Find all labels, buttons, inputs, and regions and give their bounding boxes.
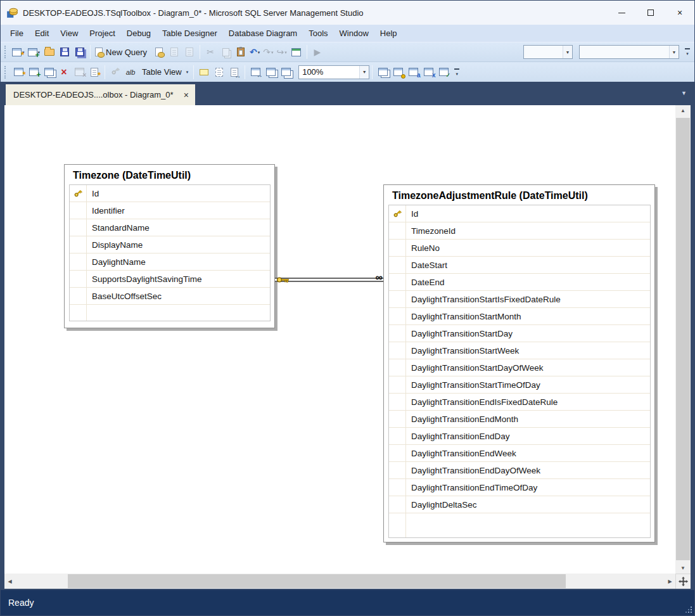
- redo-split-button[interactable]: ↷ ▾: [262, 44, 275, 60]
- undo-split-button[interactable]: ↶ ▾: [248, 44, 262, 60]
- menu-item-database-diagram[interactable]: Database Diagram: [223, 25, 303, 41]
- menu-item-debug[interactable]: Debug: [121, 25, 156, 41]
- table-column-row[interactable]: DaylightTransitionEndMonth: [389, 411, 650, 428]
- manage-xml-indexes-button[interactable]: [421, 65, 436, 80]
- show-relationship-labels-button[interactable]: [196, 65, 212, 80]
- delete-tables-button[interactable]: ×: [56, 65, 72, 80]
- relationships-button[interactable]: [375, 65, 390, 80]
- horizontal-scroll-thumb[interactable]: [68, 574, 566, 588]
- toolbar-combobox-2[interactable]: ▼: [579, 45, 679, 59]
- scroll-up-icon[interactable]: ▲: [675, 105, 691, 116]
- maximize-button[interactable]: [636, 1, 665, 25]
- arrange-tables-button[interactable]: [278, 65, 293, 80]
- table-column-row[interactable]: DaylightName: [70, 253, 270, 271]
- start-button[interactable]: ▶: [310, 44, 325, 60]
- table-column-row[interactable]: TimezoneId: [389, 222, 650, 240]
- menu-item-help[interactable]: Help: [374, 25, 403, 41]
- close-button[interactable]: ×: [665, 1, 694, 25]
- table-column-row[interactable]: DaylightTransitionStartWeek: [389, 342, 650, 359]
- combobox-dropdown-icon[interactable]: ▼: [563, 46, 572, 58]
- scroll-down-icon[interactable]: ▼: [675, 563, 691, 574]
- table-view-dropdown-button[interactable]: Table View ▾: [138, 65, 191, 80]
- menu-item-project[interactable]: Project: [84, 25, 120, 41]
- save-all-button[interactable]: [72, 44, 87, 60]
- menu-item-table-designer[interactable]: Table Designer: [156, 25, 223, 41]
- vertical-scroll-thumb[interactable]: [676, 118, 690, 560]
- add-item-split-button[interactable]: ▾: [27, 44, 42, 60]
- resize-grip[interactable]: [684, 605, 692, 613]
- table-column-row[interactable]: DaylightTransitionStartIsFixedDateRule: [389, 291, 650, 308]
- save-button[interactable]: [57, 44, 72, 60]
- table-column-row[interactable]: DateStart: [389, 257, 650, 274]
- add-related-tables-button[interactable]: [41, 65, 56, 80]
- tab-diagram[interactable]: DESKTOP-EADEOJS....olbox - Diagram_0* ×: [6, 84, 195, 105]
- navigate-split-button[interactable]: ↪ ▾: [276, 44, 289, 60]
- diagram-table-timezone-adjustment-rule[interactable]: TimezoneAdjustmentRule (DateTimeUtil) Id: [383, 184, 655, 542]
- menu-item-window[interactable]: Window: [334, 25, 374, 41]
- remove-from-diagram-button[interactable]: [72, 65, 87, 80]
- table-title[interactable]: TimezoneAdjustmentRule (DateTimeUtil): [384, 185, 654, 205]
- view-page-breaks-button[interactable]: [212, 65, 227, 80]
- vertical-scrollbar[interactable]: ▲ ▼: [675, 105, 691, 574]
- tab-list-dropdown-icon[interactable]: ▼: [681, 90, 687, 96]
- menu-item-tools[interactable]: Tools: [303, 25, 333, 41]
- menu-item-file[interactable]: File: [4, 25, 29, 41]
- table-column-row[interactable]: DaylightTransitionEndDayOfWeek: [389, 462, 650, 479]
- toolbar-combobox-1[interactable]: ▼: [523, 45, 573, 59]
- analysis-query-button[interactable]: [167, 44, 182, 60]
- manage-check-constraints-button[interactable]: [436, 65, 451, 80]
- scroll-right-icon[interactable]: ▶: [665, 574, 675, 589]
- table-column-row[interactable]: Identifier: [70, 202, 270, 219]
- table-column-row[interactable]: DateEnd: [389, 274, 650, 291]
- table-column-row[interactable]: DaylightTransitionStartDay: [389, 325, 650, 342]
- new-table-button[interactable]: [11, 65, 26, 80]
- menu-item-edit[interactable]: Edit: [29, 25, 54, 41]
- copy-button[interactable]: [218, 44, 233, 60]
- add-table-button[interactable]: [26, 65, 41, 80]
- minimize-button[interactable]: [607, 1, 636, 25]
- table-column-row[interactable]: DaylightTransitionEndDay: [389, 428, 650, 445]
- table-column-row[interactable]: DaylightTransitionStartTimeOfDay: [389, 376, 650, 394]
- database-engine-query-button[interactable]: [151, 44, 167, 60]
- table-column-row[interactable]: StandardName: [70, 219, 270, 236]
- toolbar-drag-handle[interactable]: [4, 66, 8, 79]
- table-column-row[interactable]: BaseUtcOffsetSec: [70, 288, 270, 305]
- table-column-row[interactable]: DaylightTransitionEndWeek: [389, 445, 650, 462]
- table-column-row[interactable]: DaylightTransitionStartMonth: [389, 308, 650, 325]
- zoom-combobox[interactable]: 100% ▼: [298, 65, 369, 79]
- toolbar-drag-handle[interactable]: [4, 46, 8, 58]
- recalculate-page-breaks-button[interactable]: [227, 65, 242, 80]
- relationship-connector[interactable]: ∞: [275, 274, 384, 285]
- paste-button[interactable]: [233, 44, 248, 60]
- diagram-canvas[interactable]: Timezone (DateTimeUtil) Id: [4, 105, 675, 574]
- tab-close-icon[interactable]: ×: [184, 91, 189, 99]
- cut-button[interactable]: ✂: [203, 44, 218, 60]
- set-primary-key-button[interactable]: [108, 65, 123, 80]
- table-column-row[interactable]: Id: [389, 205, 650, 222]
- menu-item-view[interactable]: View: [54, 25, 84, 41]
- scroll-left-icon[interactable]: ◀: [4, 574, 15, 589]
- manage-fulltext-index-button[interactable]: [405, 65, 421, 80]
- new-item-split-button[interactable]: ▾: [11, 44, 27, 60]
- horizontal-scrollbar[interactable]: ◀ ▶: [4, 574, 675, 589]
- pan-button[interactable]: [675, 574, 691, 589]
- new-text-annotation-button[interactable]: alb: [123, 65, 138, 80]
- arrange-selection-button[interactable]: [263, 65, 278, 80]
- generate-change-script-button[interactable]: [87, 65, 102, 80]
- toolbar-overflow-button[interactable]: ▾: [683, 44, 692, 60]
- zoom-dropdown-icon[interactable]: ▼: [359, 66, 369, 79]
- combobox-dropdown-icon[interactable]: ▼: [669, 46, 679, 58]
- manage-indexes-keys-button[interactable]: [390, 65, 405, 80]
- table-column-row[interactable]: DaylightTransitionEndIsFixedDateRule: [389, 394, 650, 411]
- table-column-row[interactable]: DaylightDeltaSec: [389, 496, 650, 513]
- autosize-selected-tables-button[interactable]: [248, 65, 263, 80]
- table-title[interactable]: Timezone (DateTimeUtil): [65, 165, 274, 184]
- diagram-table-timezone[interactable]: Timezone (DateTimeUtil) Id: [64, 164, 275, 328]
- mdx-query-button[interactable]: [182, 44, 197, 60]
- table-column-row[interactable]: DaylightTransitionStartDayOfWeek: [389, 359, 650, 376]
- toolbar-overflow-button[interactable]: ▾: [452, 64, 461, 80]
- table-column-row[interactable]: Id: [70, 185, 270, 202]
- new-query-button[interactable]: New Query: [93, 44, 151, 60]
- activity-monitor-button[interactable]: [289, 44, 304, 60]
- table-column-row[interactable]: DisplayName: [70, 236, 270, 253]
